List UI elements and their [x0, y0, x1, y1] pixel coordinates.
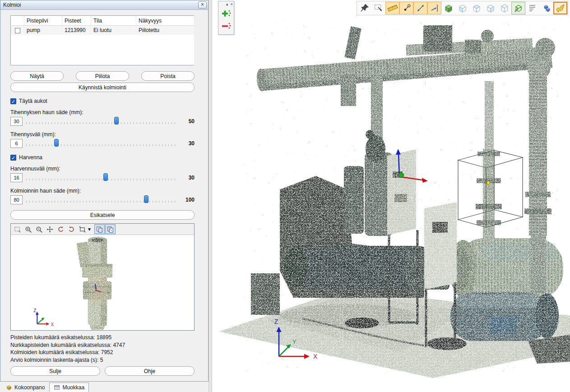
thin-spacing-label: Harvennusväli (mm): — [10, 166, 195, 172]
dialog-titlebar[interactable]: Kolmioi × — [0, 0, 208, 10]
slider-value-input[interactable]: 6 — [10, 139, 23, 148]
slider-thumb[interactable] — [54, 139, 59, 147]
densify-radius-slider: 30 50 — [10, 116, 195, 126]
view-cube-4-icon[interactable] — [497, 2, 511, 14]
slider-track[interactable] — [26, 195, 176, 205]
slider-max-label: 30 — [180, 140, 195, 147]
help-button[interactable]: Ohje — [105, 366, 195, 376]
zoom-out-icon[interactable] — [34, 224, 44, 234]
surface-tool-icon[interactable] — [553, 2, 567, 14]
selected-point-marker[interactable] — [487, 181, 490, 184]
tab-kokoonpano[interactable]: Kokoonpano — [1, 383, 49, 392]
col-pistepilvi: Pistepilvi — [24, 16, 62, 26]
col-tila: Tila — [91, 16, 136, 26]
axis-z-label: Z — [274, 318, 278, 325]
triangulation-radius-slider: 80 100 — [10, 195, 195, 205]
view-cube-3-icon[interactable] — [483, 2, 497, 14]
rotate-ccw-icon[interactable] — [56, 224, 66, 234]
copy-view-icon[interactable] — [94, 224, 105, 234]
notes-icon[interactable] — [525, 2, 539, 14]
view-cube-1-icon[interactable] — [455, 2, 469, 14]
triangulation-radius-label: Kolmioinnin haun säde (mm): — [10, 188, 195, 194]
preview-canvas[interactable]: Z X — [11, 235, 194, 330]
tab-label: Kokoonpano — [14, 384, 45, 391]
cell-name: pump — [24, 26, 62, 35]
preview-button[interactable]: Esikatsele — [10, 210, 195, 220]
point-cloud-layers-icon[interactable] — [539, 2, 553, 14]
view-cube-2-icon[interactable] — [469, 2, 483, 14]
measure-point-icon[interactable] — [399, 2, 413, 14]
table-row[interactable]: pump 1213990 Ei luotu Piilotettu — [11, 26, 195, 35]
thin-spacing-slider: 16 30 — [10, 173, 195, 183]
zoom-in-icon[interactable] — [23, 224, 33, 234]
add-points-button[interactable] — [220, 8, 232, 19]
slider-thumb[interactable] — [114, 117, 119, 125]
thin-checkbox[interactable]: ✓ Harvenna — [10, 154, 42, 161]
fit-view-dropdown[interactable]: ▾ — [88, 226, 91, 232]
app-window: Kolmioi × Pistepilvi Pisteet Tila Näkyvy… — [0, 0, 570, 392]
stat-points: Pisteiden lukumäärä esikatselussa: 18895 — [10, 334, 195, 341]
preview-z-label: Z — [33, 308, 36, 313]
show-button[interactable]: Näytä — [10, 71, 64, 81]
cell-state: Ei luotu — [91, 26, 136, 35]
stat-estimate: Arvio kolmioinnin laskenta-ajasta (s): 5 — [10, 356, 195, 364]
col-pisteet: Pisteet — [62, 16, 91, 26]
hide-button[interactable]: Piilota — [76, 71, 129, 81]
rotate-cw-icon[interactable] — [66, 224, 77, 234]
table-header-row: Pistepilvi Pisteet Tila Näkyvyys — [11, 16, 195, 26]
copy-view-alt-icon[interactable] — [105, 224, 116, 234]
start-triangulation-button[interactable]: Käynnistä kolmiointi — [10, 83, 195, 92]
zoom-window-icon[interactable] — [12, 224, 23, 234]
dialog-body: Pistepilvi Pisteet Tila Näkyvyys pump 12… — [0, 10, 208, 381]
measure-ruler-icon[interactable] — [385, 2, 399, 14]
kolmioi-dialog: Kolmioi × Pistepilvi Pisteet Tila Näkyvy… — [0, 0, 209, 382]
thin-label: Harvenna — [19, 154, 42, 161]
palette-close-button[interactable]: × — [230, 2, 233, 6]
edit-sheet-icon — [54, 384, 60, 391]
slider-track[interactable] — [26, 173, 176, 183]
densify-radius-label: Tihennyksen haun säde (mm): — [10, 109, 195, 115]
fit-view-icon[interactable] — [77, 224, 88, 234]
preview-toolbar: ▾ — [11, 224, 194, 235]
slider-max-label: 30 — [180, 175, 195, 181]
preview-x-label: X — [51, 322, 54, 327]
points-palette: ▲ × — [218, 1, 234, 35]
zoom-area-icon[interactable] — [371, 2, 385, 14]
slider-track[interactable] — [26, 138, 176, 148]
tab-muokkaa[interactable]: Muokkaa — [49, 383, 89, 392]
measure-distance-icon[interactable] — [413, 2, 427, 14]
slider-value-input[interactable]: 80 — [10, 195, 23, 204]
slider-thumb[interactable] — [144, 195, 148, 203]
stat-corners: Nurkkapisteiden lukumäärä esikatselussa:… — [10, 341, 195, 349]
remove-points-button[interactable] — [220, 20, 232, 32]
slider-value-input[interactable]: 30 — [10, 117, 23, 126]
pan-icon[interactable] — [45, 224, 55, 234]
delete-button[interactable]: Poista — [141, 71, 195, 81]
preview-axis-triad: Z X — [33, 308, 54, 327]
add-points-icon — [221, 8, 232, 19]
bottom-tabstrip: Kokoonpano Muokkaa — [0, 382, 209, 392]
checkbox-check-icon: ✓ — [10, 98, 16, 104]
table-filler — [11, 35, 195, 65]
measure-angle-icon[interactable] — [427, 2, 441, 14]
tab-label: Muokkaa — [62, 384, 84, 391]
dialog-close-button[interactable]: × — [198, 1, 207, 9]
slider-value-input[interactable]: 16 — [10, 173, 23, 182]
slider-thumb[interactable] — [103, 173, 108, 181]
preview-pipe — [77, 237, 112, 330]
row-checkbox[interactable] — [15, 28, 20, 33]
clip-cube-icon[interactable] — [441, 2, 455, 14]
slider-max-label: 50 — [180, 118, 195, 125]
viewport-3d[interactable]: ▲ × — [212, 0, 570, 392]
stat-triangles: Kolmioiden lukumäärä esikatselussa: 7952 — [10, 349, 195, 356]
fill-holes-checkbox[interactable]: ✓ Täytä aukot — [10, 98, 47, 104]
preview-render: Z X — [11, 235, 194, 330]
pane-splitter[interactable] — [209, 0, 212, 392]
axis-x-label: X — [313, 353, 318, 360]
pin-icon[interactable] — [357, 2, 371, 14]
palette-collapse-icon[interactable]: ▲ — [225, 2, 229, 6]
clip-box-icon[interactable] — [511, 2, 525, 14]
slider-track[interactable] — [26, 116, 176, 126]
point-cloud-view[interactable]: Z Y X — [212, 0, 570, 392]
close-button[interactable]: Sulje — [10, 366, 100, 376]
